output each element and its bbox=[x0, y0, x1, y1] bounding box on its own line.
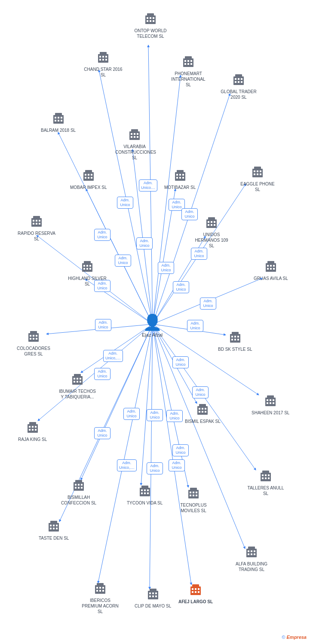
adm-badge-8[interactable]: Adm.Unico bbox=[158, 262, 174, 274]
node-afej[interactable]: AFEJ LARGO SL bbox=[178, 583, 213, 605]
svg-rect-44 bbox=[183, 58, 193, 67]
node-raja[interactable]: RAJA KING SL bbox=[18, 421, 47, 442]
adm-badge-23[interactable]: Adm.Unico bbox=[172, 444, 189, 456]
adm-badge-21[interactable]: Adm.Unico bbox=[147, 409, 163, 421]
svg-rect-165 bbox=[199, 404, 206, 407]
adm-badge-4[interactable]: Adm.Unico bbox=[181, 208, 198, 220]
node-gruas[interactable]: GRUAS AVILA SL bbox=[254, 260, 288, 281]
svg-rect-215 bbox=[53, 525, 55, 526]
svg-rect-168 bbox=[205, 408, 206, 410]
svg-rect-55 bbox=[238, 78, 239, 80]
svg-rect-202 bbox=[193, 495, 194, 496]
svg-rect-118 bbox=[208, 221, 209, 223]
node-ibericos[interactable]: IBERICOS PREMIUM ACORN SL bbox=[81, 582, 120, 614]
adm-badge-15[interactable]: Adm.Unico,.... bbox=[103, 350, 123, 362]
adm-badge-20[interactable]: Adm.Unico bbox=[123, 408, 140, 420]
svg-rect-212 bbox=[49, 523, 59, 532]
adm-badge-6[interactable]: Adm.Unico bbox=[136, 237, 153, 249]
node-clipde[interactable]: CLIP DE MAYO SL bbox=[135, 587, 171, 609]
svg-rect-225 bbox=[248, 553, 249, 555]
adm-badge-17[interactable]: Adm.Unico bbox=[94, 368, 110, 380]
node-alfa[interactable]: ALFA BUILDING TRADING SL bbox=[232, 545, 271, 572]
node-bismillah[interactable]: BISMILLAH CONFECCION SL bbox=[59, 479, 98, 506]
node-global[interactable]: GLOBAL TRADER 2020 SL bbox=[219, 73, 258, 100]
node-label: TYCOON VIDA SL bbox=[127, 500, 163, 506]
building-icon bbox=[94, 582, 107, 597]
node-label: AFEJ LARGO SL bbox=[178, 599, 213, 605]
adm-badge-12[interactable]: Adm.Unico bbox=[200, 298, 216, 310]
node-bdsk[interactable]: BD SK STYLE SL bbox=[218, 331, 252, 352]
building-icon bbox=[264, 394, 277, 409]
svg-rect-127 bbox=[270, 265, 272, 267]
adm-badge-10[interactable]: Adm.Unico bbox=[173, 281, 189, 293]
svg-rect-159 bbox=[270, 399, 271, 401]
svg-rect-115 bbox=[89, 268, 91, 270]
adm-badge-2[interactable]: Adm.Unico bbox=[117, 197, 133, 209]
svg-rect-116 bbox=[206, 219, 217, 228]
node-tecnoplus[interactable]: TECNOPLUS MOVILES SL bbox=[174, 486, 213, 513]
svg-rect-129 bbox=[267, 268, 269, 270]
svg-rect-113 bbox=[83, 268, 85, 270]
node-mobar[interactable]: MOBAR IMPEX SL bbox=[70, 169, 107, 190]
svg-rect-83 bbox=[91, 177, 92, 179]
node-ibumair[interactable]: IBUMAIR TECHOS Y TABIQUERIA... bbox=[58, 373, 97, 400]
adm-badge-14[interactable]: Adm.Unico bbox=[187, 320, 203, 332]
svg-rect-142 bbox=[231, 336, 233, 337]
node-unidos[interactable]: UNIDOS HERMANOS 109 SL bbox=[192, 216, 231, 249]
adm-badge-13[interactable]: Adm.Unico bbox=[95, 319, 111, 331]
svg-rect-81 bbox=[85, 177, 86, 179]
svg-rect-218 bbox=[53, 528, 55, 529]
building-icon bbox=[26, 421, 39, 436]
node-bismil[interactable]: BISMIL ESPAK SL bbox=[185, 403, 221, 424]
node-chand[interactable]: CHAND STAR 2016 SL bbox=[84, 51, 123, 78]
adm-badge-1[interactable]: Adm.Unico.... bbox=[139, 179, 157, 191]
svg-rect-247 bbox=[195, 588, 196, 590]
adm-badge-16[interactable]: Adm.Unico bbox=[172, 356, 189, 368]
adm-badge-22[interactable]: Adm.Unico bbox=[166, 410, 183, 422]
svg-rect-96 bbox=[260, 170, 261, 172]
adm-badge-11[interactable]: Adm.Unico bbox=[94, 280, 110, 292]
node-motibazar[interactable]: MOTIBAZAR SL bbox=[164, 169, 196, 190]
node-taste[interactable]: TASTE DEN SL bbox=[39, 519, 69, 541]
svg-rect-130 bbox=[270, 268, 272, 270]
node-rapido[interactable]: RAPIDO RESERVA SL bbox=[17, 215, 56, 242]
svg-rect-197 bbox=[190, 488, 197, 490]
svg-rect-174 bbox=[29, 426, 31, 428]
node-label: TASTE DEN SL bbox=[39, 535, 69, 541]
node-tycoon[interactable]: TYCOON VIDA SL bbox=[127, 484, 163, 506]
node-eaggle[interactable]: EAGGLE PHONE SL bbox=[238, 165, 277, 192]
svg-rect-178 bbox=[32, 429, 34, 431]
node-colocadores[interactable]: COLOCADORES GRES SL bbox=[14, 330, 53, 357]
node-vilarabia[interactable]: VILARABIA CONSTRUCCIONES SL bbox=[115, 128, 154, 161]
adm-badge-7[interactable]: Adm.Unico bbox=[115, 255, 131, 267]
node-shaheen[interactable]: SHAHEEN 2017 SL bbox=[252, 394, 289, 416]
adm-badge-5[interactable]: Adm.Unico bbox=[94, 229, 110, 241]
svg-rect-161 bbox=[267, 402, 268, 404]
svg-rect-64 bbox=[61, 117, 62, 118]
adm-badge-24[interactable]: Adm.Unico,.... bbox=[117, 459, 137, 471]
node-label: COLOCADORES GRES SL bbox=[14, 346, 53, 357]
node-label: GRUAS AVILA SL bbox=[254, 276, 288, 281]
building-icon bbox=[81, 260, 94, 275]
svg-rect-167 bbox=[202, 408, 203, 410]
svg-rect-156 bbox=[265, 398, 276, 406]
adm-badge-18[interactable]: Adm.Unico bbox=[192, 386, 209, 398]
svg-rect-206 bbox=[262, 474, 264, 476]
person-icon: 👤 bbox=[143, 313, 162, 331]
adm-badge-26[interactable]: Adm.Unico bbox=[169, 459, 185, 471]
svg-rect-152 bbox=[80, 378, 81, 380]
adm-badge-19[interactable]: Adm.Unico bbox=[94, 427, 110, 439]
adm-badge-25[interactable]: Adm.Unico bbox=[147, 462, 163, 474]
svg-rect-210 bbox=[265, 477, 267, 479]
svg-rect-233 bbox=[96, 590, 98, 592]
node-ontop[interactable]: ONTOP WORLD TELECOM SL bbox=[131, 12, 170, 39]
node-talleres[interactable]: TALLERES ANULL SL bbox=[246, 469, 285, 496]
svg-rect-33 bbox=[147, 20, 148, 22]
node-phonemart[interactable]: PHONEMART INTERNATIONAL SL bbox=[169, 55, 208, 88]
svg-rect-250 bbox=[195, 591, 196, 593]
adm-badge-9[interactable]: Adm.Unico bbox=[191, 248, 207, 260]
building-icon bbox=[174, 169, 187, 184]
svg-rect-148 bbox=[72, 376, 83, 385]
svg-rect-108 bbox=[82, 263, 92, 272]
node-balram[interactable]: BALRAM 2018 SL bbox=[41, 112, 76, 133]
